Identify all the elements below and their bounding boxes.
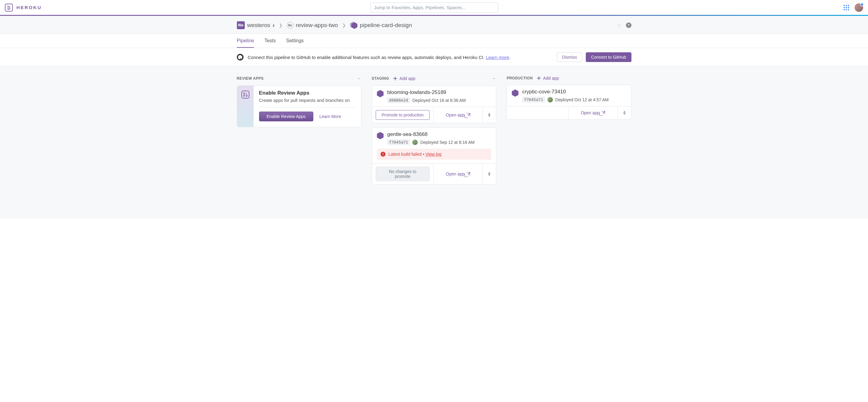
column-title: REVIEW APPS <box>237 76 264 80</box>
brand-name: HEROKU <box>17 5 42 10</box>
user-avatar[interactable] <box>855 3 863 12</box>
app-hex-icon <box>377 90 383 97</box>
connect-github-button[interactable]: Connect to GitHub <box>586 52 631 62</box>
external-link-icon <box>601 111 605 114</box>
heroku-logo-icon <box>5 4 13 11</box>
promote-button-disabled: No changes to promote <box>376 167 430 181</box>
tabs: Pipeline Tests Settings <box>237 34 631 48</box>
team-name: westeros <box>247 22 270 29</box>
external-link-icon <box>466 113 470 117</box>
app-name[interactable]: gentle-sea-83668 <box>387 131 491 137</box>
committer-avatar <box>412 140 418 145</box>
review-card-sidebar <box>237 86 254 127</box>
deployed-text: Deployed Oct 18 at 8:36 AM <box>412 98 466 103</box>
arrow-right-icon: → <box>356 76 362 81</box>
logo[interactable]: HEROKU <box>5 4 42 11</box>
app-card: gentle-sea-83668 f7645a71 Deployed Sep 1… <box>372 127 496 185</box>
add-staging-app[interactable]: Add app <box>393 76 415 81</box>
app-name[interactable]: blooming-lowlands-25189 <box>387 90 491 96</box>
tab-tests[interactable]: Tests <box>264 34 276 48</box>
commit-hash[interactable]: d0886e2d <box>387 97 410 103</box>
enable-review-apps-card: Enable Review Apps Create apps for pull … <box>237 86 362 127</box>
pipeline-name: pipeline-card-design <box>360 22 412 29</box>
app-card: cryptic-cove-73410 f7645a71 Deployed Oct… <box>506 85 631 120</box>
global-search <box>370 2 498 13</box>
column-staging: STAGING Add app → blooming-lowlands-2518… <box>372 76 496 189</box>
chevron-right-icon: ❯ <box>279 23 282 28</box>
expand-icon <box>623 111 626 114</box>
plus-icon <box>536 76 541 80</box>
favorite-star-icon[interactable]: ☆ <box>617 22 622 29</box>
tabs-row: Pipeline Tests Settings <box>0 34 868 48</box>
top-nav-right <box>844 3 863 12</box>
svg-point-0 <box>244 93 245 94</box>
team-badge: We <box>237 21 245 29</box>
space-name: review-apps-two <box>296 22 338 29</box>
arrow-right-icon: → <box>491 76 496 81</box>
breadcrumb-bar: We westeros ▴▾ ❯ Re review-apps-two ❯ pi… <box>0 16 868 34</box>
pipeline-board: REVIEW APPS → Enable Review Apps Create … <box>0 67 868 219</box>
banner-learn-more-link[interactable]: Learn more <box>486 55 509 60</box>
open-app-link[interactable]: Open app <box>446 112 470 118</box>
deployed-text: Deployed Sep 12 at 8:16 AM <box>420 140 474 145</box>
app-card: blooming-lowlands-25189 d0886e2d Deploye… <box>372 86 496 123</box>
banner-text: Connect this pipeline to GitHub to enabl… <box>248 55 510 60</box>
svg-point-2 <box>246 95 247 96</box>
pull-request-icon <box>242 91 249 99</box>
open-app-link[interactable]: Open app <box>581 110 605 115</box>
search-input[interactable] <box>370 2 498 13</box>
breadcrumb: We westeros ▴▾ ❯ Re review-apps-two ❯ pi… <box>237 16 631 33</box>
open-app-link[interactable]: Open app <box>446 171 470 176</box>
error-text: Latest build failed <box>389 152 422 157</box>
deployed-text: Deployed Oct 12 at 4:57 AM <box>555 97 609 102</box>
expand-icon <box>488 172 491 176</box>
expand-icon <box>488 113 491 117</box>
top-nav: HEROKU <box>0 0 868 16</box>
column-title: STAGING <box>372 76 389 80</box>
build-error-banner: ! Latest build failed • View log <box>377 149 491 160</box>
committer-avatar <box>548 97 553 102</box>
review-card-title: Enable Review Apps <box>259 90 355 96</box>
space-badge: Re <box>287 22 293 29</box>
app-hex-icon <box>377 132 383 139</box>
svg-point-1 <box>244 95 245 96</box>
column-production: PRODUCTION Add app cryptic-cove-73410 f7… <box>506 76 631 189</box>
breadcrumb-space[interactable]: Re review-apps-two <box>287 22 338 29</box>
app-launcher-icon[interactable] <box>844 5 849 10</box>
tab-pipeline[interactable]: Pipeline <box>237 34 254 48</box>
breadcrumb-team[interactable]: We westeros ▴▾ <box>237 21 275 29</box>
dismiss-button[interactable]: Dismiss <box>557 52 582 62</box>
commit-hash[interactable]: f7645a71 <box>522 97 545 102</box>
commit-hash[interactable]: f7645a71 <box>387 139 410 145</box>
breadcrumb-pipeline: pipeline-card-design <box>350 22 412 29</box>
app-more-menu[interactable] <box>483 164 496 184</box>
chevron-right-icon: ❯ <box>342 23 346 28</box>
review-card-desc: Create apps for pull requests and branch… <box>259 98 355 103</box>
plus-icon <box>393 76 398 81</box>
enable-review-apps-button[interactable]: Enable Review Apps <box>259 111 313 121</box>
error-icon: ! <box>380 152 385 157</box>
column-review-apps: REVIEW APPS → Enable Review Apps Create … <box>237 76 362 189</box>
app-more-menu[interactable] <box>483 107 496 123</box>
github-icon <box>237 54 244 61</box>
github-banner: Connect this pipeline to GitHub to enabl… <box>0 48 868 67</box>
add-production-app[interactable]: Add app <box>536 76 559 80</box>
app-hex-icon <box>512 90 519 97</box>
promote-button[interactable]: Promote to production <box>376 110 430 120</box>
team-switcher-icon[interactable]: ▴▾ <box>273 24 275 27</box>
external-link-icon <box>466 172 470 176</box>
view-log-link[interactable]: View log <box>425 152 441 157</box>
column-title: PRODUCTION <box>506 76 533 80</box>
tab-settings[interactable]: Settings <box>286 34 304 48</box>
app-more-menu[interactable] <box>618 106 631 119</box>
app-name[interactable]: cryptic-cove-73410 <box>522 89 626 95</box>
review-learn-more-link[interactable]: Learn More <box>319 114 341 119</box>
help-icon[interactable]: ? <box>626 23 631 28</box>
